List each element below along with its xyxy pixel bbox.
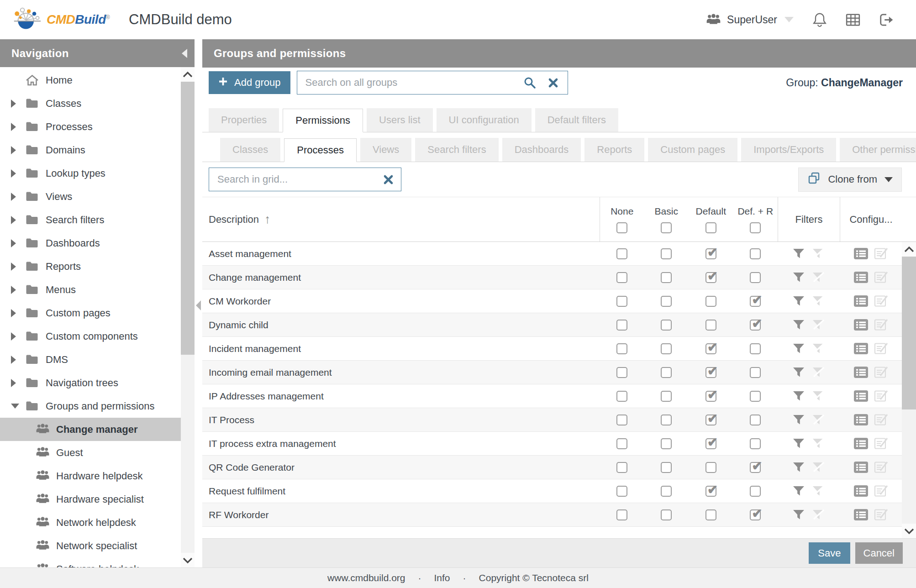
expand-arrow-icon[interactable] — [11, 216, 18, 224]
def-r-checkbox[interactable] — [750, 248, 761, 259]
row-config-icon[interactable] — [853, 342, 869, 355]
row-config-icon[interactable] — [853, 485, 869, 497]
expand-arrow-icon[interactable] — [11, 146, 18, 154]
splitter-collapse-icon[interactable] — [196, 300, 201, 310]
select-all-default-checkbox[interactable] — [705, 222, 716, 233]
tab-ui-configuration[interactable]: UI configuration — [437, 108, 532, 132]
default-checkbox[interactable] — [705, 486, 716, 497]
filter-icon[interactable] — [793, 462, 805, 472]
basic-checkbox[interactable] — [661, 509, 672, 520]
def-r-checkbox[interactable] — [750, 415, 761, 425]
collapse-arrow-icon[interactable] — [11, 404, 18, 409]
row-config-icon[interactable] — [853, 295, 869, 307]
description-column-header[interactable]: Description ↑ — [202, 197, 600, 242]
expand-arrow-icon[interactable] — [11, 100, 18, 108]
expand-arrow-icon[interactable] — [11, 239, 18, 247]
row-config-icon[interactable] — [853, 271, 869, 284]
table-row[interactable]: QR Code Generator — [202, 456, 902, 479]
table-row[interactable]: IP Addresses management — [202, 384, 902, 408]
none-checkbox[interactable] — [616, 272, 627, 283]
clone-from-button[interactable]: Clone from — [798, 168, 902, 192]
grid-scrollbar[interactable] — [902, 242, 916, 538]
table-row[interactable]: Incident management — [202, 337, 902, 361]
sidebar-scroll-thumb[interactable] — [181, 82, 195, 355]
clear-grid-search-icon[interactable] — [383, 174, 394, 185]
sidebar-item-views[interactable]: Views — [0, 185, 181, 208]
scroll-down-icon[interactable] — [181, 553, 195, 567]
logout-button[interactable] — [879, 13, 894, 26]
expand-arrow-icon[interactable] — [11, 169, 18, 178]
sidebar-item-reports[interactable]: Reports — [0, 255, 181, 278]
default-checkbox[interactable] — [705, 462, 716, 473]
subtab-reports[interactable]: Reports — [584, 138, 644, 162]
sidebar-collapse-button[interactable] — [182, 49, 187, 58]
filter-icon[interactable] — [793, 391, 805, 401]
default-checkbox[interactable] — [705, 248, 716, 259]
sidebar-scrollbar[interactable] — [181, 67, 195, 567]
select-all-basic-checkbox[interactable] — [661, 222, 672, 233]
sidebar-item-custom-components[interactable]: Custom components — [0, 325, 181, 348]
row-config-icon[interactable] — [853, 461, 869, 473]
default-checkbox[interactable] — [705, 509, 716, 520]
basic-checkbox[interactable] — [661, 486, 672, 497]
basic-checkbox[interactable] — [661, 391, 672, 402]
sidebar-group-change-manager[interactable]: Change manager — [0, 418, 181, 441]
row-config-icon[interactable] — [853, 319, 869, 331]
tab-default-filters[interactable]: Default filters — [535, 108, 618, 132]
none-checkbox[interactable] — [616, 415, 627, 425]
def-r-checkbox[interactable] — [750, 296, 761, 307]
sidebar-group-hardware-specialist[interactable]: Hardware specialist — [0, 488, 181, 511]
filter-icon[interactable] — [793, 486, 805, 496]
user-menu[interactable]: SuperUser — [706, 13, 794, 26]
grid-scroll-thumb[interactable] — [902, 257, 916, 410]
default-checkbox[interactable] — [705, 415, 716, 425]
scroll-up-icon[interactable] — [181, 67, 195, 82]
none-checkbox[interactable] — [616, 438, 627, 449]
filter-icon[interactable] — [793, 272, 805, 283]
info-link[interactable]: Info — [434, 572, 450, 583]
grid-search-input[interactable] — [209, 173, 383, 185]
def-r-checkbox[interactable] — [750, 391, 761, 402]
filter-icon[interactable] — [793, 320, 805, 330]
scroll-up-icon[interactable] — [902, 242, 916, 257]
sidebar-item-domains[interactable]: Domains — [0, 138, 181, 162]
basic-checkbox[interactable] — [661, 272, 672, 283]
def-r-checkbox[interactable] — [750, 272, 761, 283]
tab-users-list[interactable]: Users list — [367, 108, 432, 132]
sidebar-item-processes[interactable]: Processes — [0, 115, 181, 138]
cancel-button[interactable]: Cancel — [855, 542, 903, 564]
expand-arrow-icon[interactable] — [11, 309, 18, 317]
table-row[interactable]: IT Process — [202, 408, 902, 432]
table-row[interactable]: IT process extra management — [202, 432, 902, 456]
default-checkbox[interactable] — [705, 320, 716, 331]
expand-arrow-icon[interactable] — [11, 356, 18, 364]
subtab-dashboards[interactable]: Dashboards — [502, 138, 581, 162]
row-config-icon[interactable] — [853, 437, 869, 450]
filter-icon[interactable] — [793, 509, 805, 520]
def-r-checkbox[interactable] — [750, 343, 761, 354]
def-r-checkbox[interactable] — [750, 438, 761, 449]
none-checkbox[interactable] — [616, 343, 627, 354]
expand-arrow-icon[interactable] — [11, 286, 18, 294]
table-row[interactable]: Dynamic child — [202, 313, 902, 337]
sidebar-item-dms[interactable]: DMS — [0, 348, 181, 371]
sidebar-item-groups-and-permissions[interactable]: Groups and permissions — [0, 394, 181, 418]
save-button[interactable]: Save — [809, 542, 850, 564]
expand-arrow-icon[interactable] — [11, 379, 18, 387]
subtab-search-filters[interactable]: Search filters — [415, 138, 498, 162]
row-config-icon[interactable] — [853, 366, 869, 378]
sidebar-item-dashboards[interactable]: Dashboards — [0, 231, 181, 255]
def-r-checkbox[interactable] — [750, 486, 761, 497]
select-all-def-r-checkbox[interactable] — [750, 222, 761, 233]
sidebar-group-network-specialist[interactable]: Network specialist — [0, 534, 181, 557]
notifications-button[interactable] — [812, 12, 827, 27]
basic-checkbox[interactable] — [661, 343, 672, 354]
filter-icon[interactable] — [793, 248, 805, 259]
none-checkbox[interactable] — [616, 248, 627, 259]
def-r-checkbox[interactable] — [750, 367, 761, 378]
filter-icon[interactable] — [793, 415, 805, 425]
groups-search-input[interactable] — [297, 77, 523, 89]
default-checkbox[interactable] — [705, 438, 716, 449]
clear-search-icon[interactable] — [548, 78, 558, 88]
basic-checkbox[interactable] — [661, 296, 672, 307]
